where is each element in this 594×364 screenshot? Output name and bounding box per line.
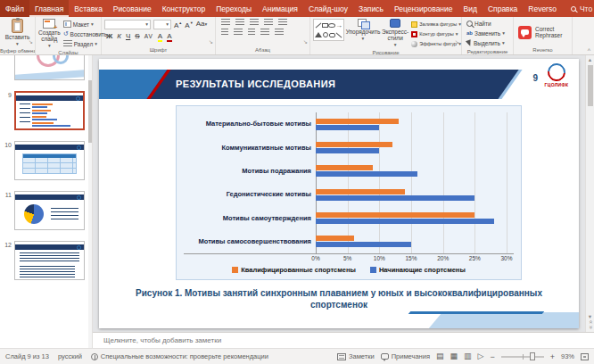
thumbnail-scrollbar[interactable] xyxy=(88,55,92,348)
select-button[interactable]: Выделить ▾ xyxy=(466,38,505,47)
layout-button[interactable]: Макет ▾ xyxy=(63,20,108,29)
ribbon-tab-запись[interactable]: Запись xyxy=(353,0,389,17)
ribbon-tab-переходы[interactable]: Переходы xyxy=(210,0,257,17)
comments-toggle[interactable]: Примечания xyxy=(381,352,430,360)
slide[interactable]: РЕЗУЛЬТАТЫ ИССЛЕДОВАНИЯ 9 ГЦОЛИФК Матери… xyxy=(99,59,579,328)
chart-object[interactable]: Материально-бытовые мотивыКоммуникативны… xyxy=(176,105,522,280)
ribbon-tab-справка[interactable]: Справка xyxy=(483,0,523,17)
slideshow-icon[interactable]: ▷ xyxy=(478,352,484,360)
bullets-icon[interactable] xyxy=(221,19,230,26)
dialog-launcher-icon[interactable]: ↘ xyxy=(209,39,213,45)
character-spacing-button[interactable]: AV xyxy=(144,32,153,41)
ribbon-tab-вставка[interactable]: Вставка xyxy=(69,0,108,17)
font-color-button[interactable]: А xyxy=(167,32,171,40)
notes-pane[interactable]: Щелкните, чтобы добавить заметки xyxy=(93,332,594,348)
ribbon-tab-анимация[interactable]: Анимация xyxy=(257,0,303,17)
slide-thumbnail-12[interactable] xyxy=(14,241,85,280)
scroll-up-icon[interactable]: ▲ xyxy=(588,57,592,62)
normal-view-icon[interactable]: ▤ xyxy=(436,352,444,360)
tell-me-search[interactable]: Что вы хотите сделать? xyxy=(571,0,594,17)
slide-thumbnail-partial[interactable] xyxy=(14,55,85,80)
fit-to-window-icon[interactable] xyxy=(581,353,589,360)
section-button[interactable]: Раздел ▾ xyxy=(63,39,108,48)
chart-category-label: Коммуникативные мотивы xyxy=(184,145,316,152)
slide-thumbnail-9[interactable] xyxy=(14,91,85,130)
font-size-combobox[interactable]: ▾ xyxy=(153,20,171,29)
arrange-button[interactable]: Упорядочить ▾ xyxy=(347,19,379,41)
increase-indent-icon[interactable] xyxy=(264,19,273,26)
shape-circle-icon[interactable] xyxy=(323,32,328,37)
dialog-launcher-icon[interactable]: ↘ xyxy=(455,39,459,45)
collapse-ribbon-icon[interactable]: ^ xyxy=(588,47,590,54)
ribbon-tab-файл[interactable]: Файл xyxy=(0,0,29,17)
reset-button[interactable]: ↺ Восстановить xyxy=(63,29,108,38)
find-button[interactable]: Найти xyxy=(466,19,491,28)
next-slide-icon[interactable]: » xyxy=(588,326,593,329)
font-name-combobox[interactable]: ▾ xyxy=(104,20,151,29)
paste-button[interactable]: Вставить ▾ xyxy=(5,19,30,46)
language-indicator[interactable]: русский xyxy=(58,352,82,360)
slide-thumbnail-11[interactable] xyxy=(14,191,85,230)
figure-caption[interactable]: Рисунок 1. Мотивы занятий синхронным пла… xyxy=(131,287,547,310)
dialog-launcher-icon[interactable]: ↘ xyxy=(29,39,33,45)
slide-title[interactable]: РЕЗУЛЬТАТЫ ИССЛЕДОВАНИЯ xyxy=(176,70,335,99)
bottom-right-decor xyxy=(423,312,579,328)
zoom-slider[interactable] xyxy=(501,356,544,358)
quick-styles-button[interactable]: Экспресс-стили ▾ xyxy=(382,19,408,47)
slide-sorter-view-icon[interactable]: ▦ xyxy=(450,352,458,360)
bold-button[interactable]: Ж xyxy=(106,32,112,41)
strikethrough-button[interactable]: S xyxy=(135,32,139,41)
ribbon-tab-рецензирование[interactable]: Рецензирование xyxy=(389,0,458,17)
zoom-level[interactable]: 93% xyxy=(561,352,574,360)
zoom-in-button[interactable]: + xyxy=(550,352,555,361)
shapes-gallery[interactable]: → xyxy=(313,19,344,41)
replace-button[interactable]: ab Заменить ▾ xyxy=(466,29,505,37)
ribbon-tab-конструктор[interactable]: Конструктор xyxy=(157,0,210,17)
slide-counter[interactable]: Слайд 9 из 13 xyxy=(5,352,49,360)
decrease-indent-icon[interactable] xyxy=(250,19,259,26)
change-case-button[interactable]: Аа▾ xyxy=(196,20,208,29)
underline-button[interactable]: Ч xyxy=(126,32,130,41)
shape-fill-button[interactable]: Заливка фигуры ▾ xyxy=(411,20,461,29)
ribbon-tab-рисование[interactable]: Рисование xyxy=(108,0,157,17)
previous-slide-icon[interactable]: « xyxy=(588,320,593,324)
shape-line2-icon[interactable] xyxy=(336,32,342,37)
shape-effects-button[interactable]: Эффекты фигур ▾ xyxy=(411,39,461,48)
accessibility-checker[interactable]: Специальные возможности: проверьте реком… xyxy=(91,352,268,360)
align-left-icon[interactable] xyxy=(221,29,228,36)
shape-ellipse-icon[interactable] xyxy=(328,23,335,28)
text-highlight-button[interactable]: А xyxy=(158,32,162,40)
shape-line-icon[interactable] xyxy=(316,23,322,29)
new-slide-button[interactable]: Создать слайд ▾ xyxy=(38,19,61,48)
scroll-down-icon[interactable]: ▼ xyxy=(588,314,592,319)
reverso-button[interactable]: Correct Rephraser xyxy=(535,26,569,39)
shrink-font-button[interactable]: А▼ xyxy=(185,19,193,30)
line-spacing-icon[interactable] xyxy=(278,19,287,26)
justify-icon[interactable] xyxy=(260,29,269,36)
columns-icon[interactable] xyxy=(275,29,284,36)
ribbon-tab-reverso[interactable]: Reverso xyxy=(523,0,562,17)
notes-toggle[interactable]: Заметки xyxy=(337,352,375,360)
align-center-icon[interactable] xyxy=(234,29,243,36)
reading-view-icon[interactable]: ▥ xyxy=(464,352,472,360)
slide-scrollbar[interactable]: ▲ ▼ « » xyxy=(585,55,594,332)
zoom-slider-handle[interactable] xyxy=(530,352,535,360)
shape-triangle-icon[interactable] xyxy=(315,32,322,37)
shape-arrow-icon[interactable]: → xyxy=(335,22,342,29)
dialog-launcher-icon[interactable]: ↘ xyxy=(303,39,308,45)
shape-outline-button[interactable]: Контур фигуры ▾ xyxy=(411,29,461,38)
grow-font-button[interactable]: А▲ xyxy=(174,19,182,30)
zoom-out-button[interactable]: − xyxy=(490,352,494,361)
numbering-icon[interactable] xyxy=(235,19,244,26)
scrollbar-thumb[interactable] xyxy=(588,65,593,106)
scrollbar-thumb[interactable] xyxy=(88,80,92,143)
ribbon-tab-вид[interactable]: Вид xyxy=(458,0,483,17)
ribbon-tab-главная[interactable]: Главная xyxy=(29,0,69,17)
shape-rounded-rect-icon[interactable] xyxy=(329,33,335,37)
ribbon-tab-слайд-шоу[interactable]: Слайд-шоу xyxy=(303,0,353,17)
shape-rectangle-icon[interactable] xyxy=(322,23,328,28)
italic-button[interactable]: К xyxy=(117,32,121,41)
align-right-icon[interactable] xyxy=(248,29,255,36)
legend-swatch xyxy=(232,267,238,273)
slide-thumbnail-10[interactable] xyxy=(14,141,85,180)
